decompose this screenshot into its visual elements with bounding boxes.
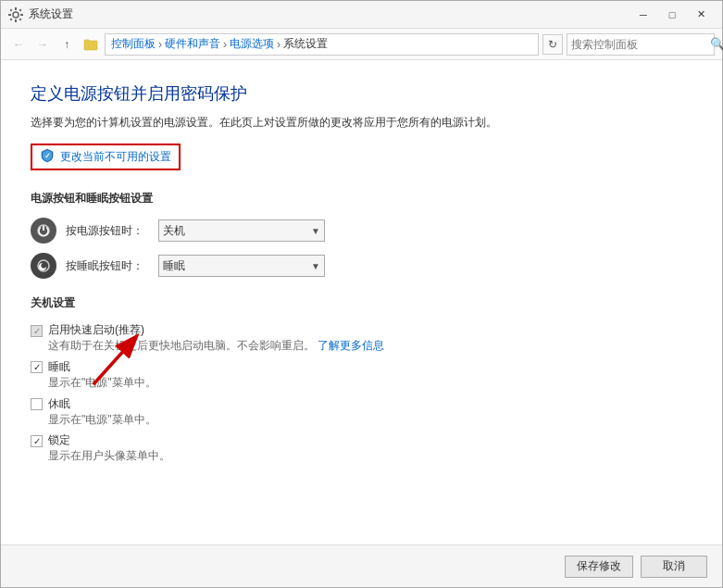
fast-startup-row: 启用快速启动(推荐) [31, 322, 692, 338]
breadcrumb-current: 系统设置 [283, 36, 328, 52]
fast-startup-checkbox[interactable] [31, 325, 43, 337]
address-bar: ← → ↑ 控制面板 › 硬件和声音 › 电源选项 › 系统设置 ↻ 🔍 [1, 29, 722, 60]
lock-label: 锁定 [48, 432, 70, 448]
main-content: 定义电源按钮并启用密码保护 选择要为您的计算机设置的电源设置。在此页上对设置所做… [1, 60, 722, 544]
change-settings-button[interactable]: ✓ 更改当前不可用的设置 [31, 144, 181, 170]
svg-rect-6 [19, 8, 22, 11]
sleep-label: 睡眠 [48, 359, 70, 375]
search-input[interactable] [571, 38, 710, 51]
sleep-btn-select[interactable]: 睡眠 ▼ [158, 255, 325, 277]
power-btn-label: 按电源按钮时： [66, 223, 149, 239]
sleep-btn-arrow: ▼ [311, 261, 320, 271]
sleep-btn-label: 按睡眠按钮时： [66, 258, 149, 274]
sleep-icon [31, 253, 56, 279]
svg-rect-7 [10, 18, 13, 20]
back-button[interactable]: ← [8, 34, 29, 55]
window-controls: ─ □ ✕ [630, 6, 715, 24]
maximize-button[interactable]: □ [658, 6, 686, 24]
power-settings: 按电源按钮时： 关机 ▼ 按睡眠按钮时： 睡眠 ▼ [31, 218, 692, 279]
fast-startup-label: 启用快速启动(推荐) [48, 322, 144, 338]
breadcrumb-power[interactable]: 电源选项 [230, 36, 274, 52]
title-bar: 系统设置 ─ □ ✕ [1, 1, 722, 29]
change-settings-label: 更改当前不可用的设置 [60, 149, 171, 165]
power-btn-arrow: ▼ [311, 226, 320, 236]
cancel-button[interactable]: 取消 [641, 556, 707, 578]
hibernate-desc: 显示在"电源"菜单中。 [48, 412, 692, 428]
svg-text:✓: ✓ [44, 152, 51, 160]
save-button[interactable]: 保存修改 [565, 556, 633, 578]
sleep-desc: 显示在"电源"菜单中。 [48, 375, 692, 391]
lock-desc: 显示在用户头像菜单中。 [48, 448, 692, 464]
hibernate-checkbox-row: 休眠 [31, 396, 692, 412]
svg-rect-4 [20, 14, 23, 16]
footer: 保存修改 取消 [1, 544, 722, 587]
minimize-button[interactable]: ─ [630, 6, 657, 24]
svg-rect-3 [8, 14, 11, 16]
hibernate-label: 休眠 [48, 396, 70, 412]
sleep-button-row: 按睡眠按钮时： 睡眠 ▼ [31, 253, 692, 279]
shutdown-section-title: 关机设置 [31, 295, 692, 311]
power-btn-value: 关机 [163, 223, 311, 239]
refresh-button[interactable]: ↻ [542, 34, 563, 55]
lock-checkbox[interactable] [31, 435, 43, 447]
page-title: 定义电源按钮并启用密码保护 [31, 82, 692, 105]
search-box: 🔍 [567, 33, 715, 56]
sleep-btn-value: 睡眠 [163, 258, 311, 274]
power-button-row: 按电源按钮时： 关机 ▼ [31, 218, 692, 244]
forward-button[interactable]: → [32, 34, 53, 55]
svg-rect-2 [15, 19, 17, 22]
close-button[interactable]: ✕ [687, 6, 715, 24]
search-icon-button[interactable]: 🔍 [710, 36, 723, 53]
power-btn-select[interactable]: 关机 ▼ [158, 219, 325, 242]
lock-checkbox-row: 锁定 [31, 432, 692, 448]
page-description: 选择要为您的计算机设置的电源设置。在此页上对设置所做的更改将应用于您所有的电源计… [31, 114, 692, 131]
hibernate-checkbox[interactable] [31, 398, 43, 410]
svg-rect-5 [10, 8, 13, 11]
fast-startup-desc: 这有助于在关机之后更快地启动电脑。不会影响重启。 了解更多信息 [48, 338, 692, 354]
svg-point-0 [13, 12, 19, 18]
main-window: 系统设置 ─ □ ✕ ← → ↑ 控制面板 › 硬件和声音 › 电源选项 › 系… [0, 0, 723, 588]
sleep-checkbox-row: 睡眠 [31, 359, 692, 375]
up-button[interactable]: ↑ [56, 34, 77, 55]
learn-more-link[interactable]: 了解更多信息 [318, 339, 384, 352]
svg-rect-8 [19, 18, 22, 20]
power-btn-section-title: 电源按钮和睡眠按钮设置 [31, 191, 692, 206]
shutdown-section: 启用快速启动(推荐) 这有助于在关机之后更快地启动电脑。不会影响重启。 了解更多… [31, 322, 692, 464]
breadcrumb-bar: 控制面板 › 硬件和声音 › 电源选项 › 系统设置 [105, 33, 539, 56]
sleep-checkbox[interactable] [31, 361, 43, 373]
breadcrumb-hardware[interactable]: 硬件和声音 [165, 36, 220, 52]
power-icon [31, 218, 56, 244]
folder-icon [81, 34, 101, 55]
window-title: 系统设置 [29, 6, 630, 22]
breadcrumb-controlpanel[interactable]: 控制面板 [111, 36, 156, 52]
shield-icon: ✓ [40, 148, 55, 166]
window-icon [8, 7, 23, 22]
svg-rect-1 [15, 7, 17, 10]
